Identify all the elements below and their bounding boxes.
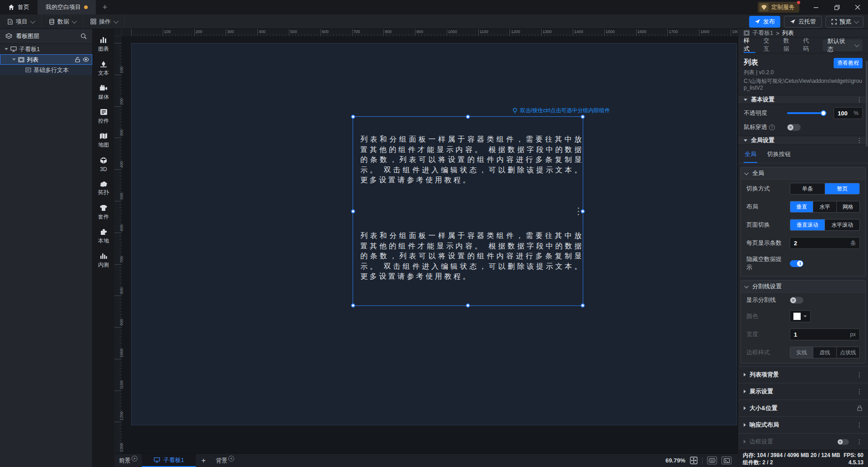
toolbar-chart[interactable]: 图表 [93, 33, 114, 57]
keyboard-icon[interactable] [707, 457, 717, 464]
minimize-button[interactable] [806, 0, 826, 14]
inspector-tab-2[interactable]: 数据 [783, 38, 795, 53]
fit-screen-icon[interactable] [690, 457, 698, 464]
tab-project[interactable]: 我的空白项目 [38, 0, 96, 14]
selected-list-component[interactable]: 双击/按住ctrl点击可选中分组内部组件 列表和分组面板一样属于容器类组件，需要… [353, 116, 583, 306]
divider-width-input[interactable]: 1 px [790, 329, 860, 340]
section-menu-icon[interactable]: ⋮ [856, 423, 863, 427]
menu-data[interactable]: 数据 [42, 14, 83, 29]
section-menu-icon[interactable]: ⋮ [856, 97, 863, 102]
inspector-tab-0[interactable]: 样式 [744, 38, 755, 53]
add-background-icon[interactable]: + [228, 456, 234, 462]
opacity-slider[interactable] [787, 112, 826, 114]
segment-option[interactable]: 网格 [836, 201, 859, 212]
state-dropdown[interactable]: 默认状态 [823, 39, 863, 51]
color-picker[interactable] [790, 310, 811, 322]
tutorial-button[interactable]: 查看教程 [834, 58, 863, 68]
tree-item-list[interactable]: 列表 [0, 54, 92, 65]
page-tab-subboard[interactable]: 子看板1 [142, 454, 196, 467]
segment-option[interactable]: 垂直滚动 [790, 219, 825, 230]
resize-handle-nw[interactable] [351, 115, 355, 119]
resize-handle-w[interactable] [351, 209, 355, 213]
text-widget-icon [25, 67, 31, 72]
caret-down-icon[interactable] [12, 58, 16, 61]
segment-option[interactable]: 垂直 [790, 201, 813, 212]
resize-handle-ne[interactable] [581, 115, 585, 119]
terminal-icon[interactable] [722, 457, 731, 464]
list-item-text-1: 列表和分组面板一样属于容器类组件，需要往其中放置其他的组件才能显示内容。 根据数… [360, 134, 584, 186]
toolbar-cube-3d[interactable]: 3D [93, 152, 114, 176]
opacity-input[interactable]: 100 % [834, 107, 863, 119]
inspector-tab-1[interactable]: 交互 [764, 38, 775, 53]
ruler-label: 1100 [119, 380, 124, 389]
unlock-icon[interactable] [75, 57, 80, 62]
slider-knob[interactable] [821, 110, 826, 116]
custom-service-badge[interactable]: 定制服务 [758, 2, 799, 13]
global-tab-1[interactable]: 切换按钮 [766, 148, 792, 163]
section-menu-icon[interactable]: ⋮ [856, 372, 863, 377]
menu-operations[interactable]: 操作 [83, 14, 125, 29]
toolbar-control[interactable]: 控件 [93, 105, 114, 129]
border-style-option[interactable]: 点状线 [836, 347, 859, 358]
drag-handle-dots[interactable] [578, 207, 579, 215]
new-tab-button[interactable]: + [96, 0, 114, 14]
add-foreground-icon[interactable]: + [132, 456, 137, 462]
tab-home[interactable]: 首页 [0, 0, 38, 14]
toolbar-media[interactable]: 媒体 [93, 81, 114, 105]
divider-group-header[interactable]: 分割线设置 [741, 281, 865, 293]
preview-button[interactable]: 预览 [826, 16, 863, 28]
mouse-through-toggle[interactable] [787, 124, 801, 131]
publish-button[interactable]: 发布 [749, 16, 780, 28]
global-tab-0[interactable]: 全局 [744, 148, 757, 163]
section-border-settings[interactable]: 边框设置⋮ [738, 433, 868, 450]
resize-handle-s[interactable] [466, 304, 470, 308]
help-icon[interactable]: ? [769, 124, 775, 130]
breadcrumb-parent[interactable]: 子看板1 [752, 29, 773, 37]
canvas-viewport[interactable]: 双击/按住ctrl点击可选中分组内部组件 列表和分组面板一样属于容器类组件，需要… [122, 36, 738, 453]
resize-handle-se[interactable] [581, 304, 585, 308]
toolbar-map[interactable]: 地图 [93, 129, 114, 152]
toolbar-local[interactable]: 本地 [93, 224, 114, 248]
resize-handle-sw[interactable] [351, 304, 355, 308]
border-toggle[interactable] [837, 439, 849, 445]
section-menu-icon[interactable]: ⋮ [856, 389, 863, 394]
search-icon[interactable] [80, 33, 87, 39]
lock-icon[interactable] [857, 405, 863, 411]
section-responsive-layout[interactable]: 响应式布局⋮ [738, 416, 868, 433]
background-tab[interactable]: 背景 + [211, 454, 239, 467]
segment-option[interactable]: 水平 [813, 201, 836, 212]
segment-option[interactable]: 单条 [790, 183, 825, 194]
caret-down-icon[interactable] [5, 48, 8, 50]
section-global-settings[interactable]: 全局设置 ⋮ [738, 136, 868, 145]
hide-empty-toggle[interactable] [790, 260, 803, 267]
global-group-header[interactable]: 全局 [741, 167, 865, 180]
section-display-settings[interactable]: 展示设置⋮ [738, 383, 868, 400]
section-size-position[interactable]: 大小&位置 [738, 400, 868, 416]
show-divider-toggle[interactable] [790, 297, 803, 304]
per-page-input[interactable]: 2 条 [790, 237, 860, 249]
tree-item-multiline-text[interactable]: 基础多行文本 [0, 65, 92, 75]
border-style-option[interactable]: 实线 [790, 347, 813, 358]
cloud-host-button[interactable]: 云托管 [784, 16, 822, 28]
close-button[interactable] [847, 0, 868, 14]
menu-project[interactable]: 项目 [0, 14, 42, 29]
toolbar-topology[interactable]: 拓扑 [93, 176, 114, 200]
restore-button[interactable] [826, 0, 847, 14]
tree-item-subboard[interactable]: 子看板1 [0, 44, 92, 54]
segment-option[interactable]: 水平滚动 [825, 219, 859, 230]
section-list-item-bg[interactable]: 列表项背景⋮ [738, 366, 868, 383]
toolbar-text[interactable]: 文本 [93, 57, 114, 81]
section-basic-settings[interactable]: 基本设置 ⋮ [738, 95, 868, 104]
border-style-option[interactable]: 虚线 [813, 347, 836, 358]
toolbar-beta[interactable]: 内测 [93, 248, 114, 272]
resize-handle-e[interactable] [581, 209, 585, 213]
segment-option[interactable]: 整页 [825, 183, 859, 194]
toolbar-suite[interactable]: 套件 [93, 200, 114, 224]
add-page-button[interactable]: + [196, 456, 211, 465]
section-menu-icon[interactable]: ⋮ [856, 439, 863, 444]
section-menu-icon[interactable]: ⋮ [856, 138, 863, 143]
foreground-tab[interactable]: 前景 + [114, 454, 142, 467]
resize-handle-n[interactable] [466, 115, 470, 119]
inspector-tab-3[interactable]: 代码 [803, 38, 815, 53]
eye-icon[interactable] [83, 57, 89, 62]
